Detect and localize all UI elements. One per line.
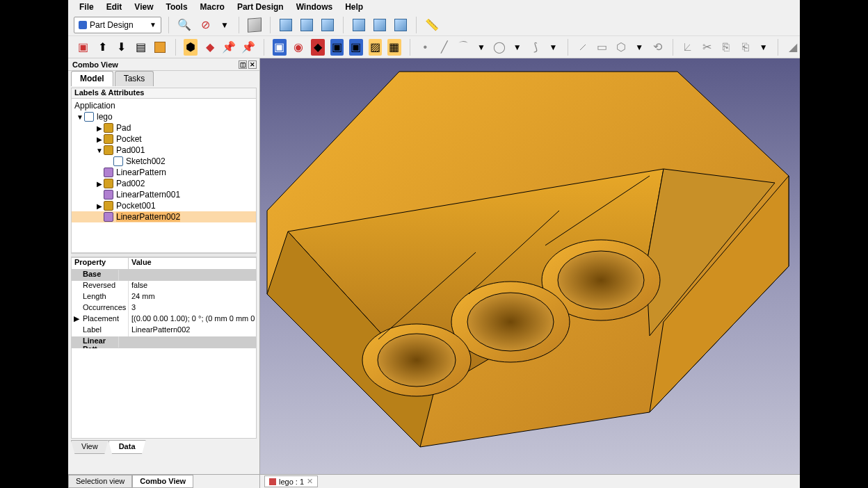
map-sketch-icon[interactable]: ▤ <box>134 39 148 56</box>
left-icon[interactable] <box>392 17 409 33</box>
expand-icon[interactable]: ▶ <box>95 124 104 132</box>
tab-model[interactable]: Model <box>71 71 113 86</box>
linear-pattern-icon[interactable]: ▦ <box>387 39 401 56</box>
3d-viewport[interactable]: lego : 1 ✕ <box>260 58 800 488</box>
menu-windows[interactable]: Windows <box>291 1 339 13</box>
expand-icon[interactable]: ▼ <box>76 113 84 121</box>
property-row[interactable]: Reversedfalse <box>72 281 256 292</box>
expand-icon[interactable]: ▶ <box>95 136 104 143</box>
subtractive-loft-icon[interactable]: ▣ <box>330 39 344 56</box>
polyline-icon[interactable]: ⟋ <box>577 39 590 56</box>
expand-icon[interactable]: ▶ <box>95 202 104 210</box>
tree-item[interactable]: ▶Pocket <box>72 133 256 145</box>
leave-sketch-icon[interactable]: ⬇ <box>115 39 129 56</box>
front-icon[interactable] <box>278 17 294 33</box>
tree-item-label: LinearPattern001 <box>116 190 180 200</box>
arc-icon[interactable]: ⌒ <box>456 39 470 56</box>
tab-data[interactable]: Data <box>108 440 146 454</box>
separator <box>416 17 417 33</box>
tab-tasks[interactable]: Tasks <box>115 71 154 86</box>
tab-combo-view[interactable]: Combo View <box>132 475 193 488</box>
menu-partdesign[interactable]: Part Design <box>232 1 289 13</box>
tree-item[interactable]: ▶Pad002 <box>72 178 256 189</box>
menu-view[interactable]: View <box>129 1 159 13</box>
trim-icon[interactable]: ⟀ <box>682 39 696 56</box>
circle-icon[interactable]: ◯ <box>492 39 506 56</box>
dropdown-arrow-icon[interactable]: ▼ <box>512 39 523 56</box>
point-icon[interactable]: • <box>418 39 432 56</box>
fit-all-icon[interactable]: 🔍 <box>176 17 193 33</box>
mirrored-icon[interactable]: ▨ <box>369 39 383 56</box>
item-icon <box>104 145 113 155</box>
body-icon[interactable] <box>153 39 167 56</box>
3d-model-render <box>260 58 800 488</box>
document-tab[interactable]: lego : 1 ✕ <box>264 475 318 487</box>
draw-style-icon[interactable]: ⊘ <box>197 17 214 33</box>
menu-macro[interactable]: Macro <box>195 1 230 13</box>
new-sketch-icon[interactable]: ▣ <box>77 39 90 56</box>
rear-icon[interactable] <box>351 17 367 33</box>
tab-selection-view[interactable]: Selection view <box>68 475 132 488</box>
isometric-icon[interactable] <box>246 17 263 33</box>
tab-view[interactable]: View <box>71 440 108 454</box>
menu-help[interactable]: Help <box>339 1 369 13</box>
chamfer-icon[interactable]: ◢ <box>787 39 801 56</box>
right-icon[interactable] <box>319 17 336 33</box>
tree-item[interactable]: LinearPattern002 <box>72 211 256 222</box>
document-tab-label: lego : 1 <box>279 478 304 486</box>
bottom-icon[interactable] <box>371 17 388 33</box>
revolution-icon[interactable]: ◆ <box>203 39 217 56</box>
tree-root[interactable]: Application <box>72 100 256 111</box>
construction-icon[interactable]: ⎗ <box>739 39 753 56</box>
property-row[interactable]: ▶Placement[(0.00 0.00 1.00); 0 °; (0 mm … <box>72 314 256 325</box>
workbench-selector[interactable]: Part Design ▼ <box>74 17 161 33</box>
external-icon[interactable]: ⎘ <box>720 39 734 56</box>
combo-view-header: Combo View ◫ ✕ <box>68 58 259 71</box>
expand-icon[interactable]: ▶ <box>95 180 104 188</box>
hole-icon[interactable]: ◉ <box>292 39 306 56</box>
tree-item[interactable]: LinearPattern <box>72 167 256 178</box>
tree-item[interactable]: ▼Pad001 <box>72 145 256 156</box>
menu-edit[interactable]: Edit <box>101 1 128 13</box>
property-row[interactable]: Occurrences3 <box>72 303 256 314</box>
dropdown-arrow-icon[interactable]: ▼ <box>634 39 645 56</box>
expand-icon[interactable]: ▼ <box>95 147 104 154</box>
tree-item[interactable]: LinearPattern001 <box>72 189 256 200</box>
line-icon[interactable]: ╱ <box>437 39 451 56</box>
close-icon[interactable]: ✕ <box>248 60 257 69</box>
pad-icon[interactable]: ⬢ <box>184 39 198 56</box>
additive-pipe-icon[interactable]: 📌 <box>241 39 255 56</box>
tree-item-label: Pad001 <box>116 145 145 155</box>
rectangle-icon[interactable]: ▭ <box>595 39 609 56</box>
tree-item[interactable]: ▶Pad <box>72 122 256 133</box>
menu-file[interactable]: File <box>74 1 99 13</box>
pocket-icon[interactable]: ▣ <box>273 39 287 56</box>
property-row[interactable]: LabelLinearPattern002 <box>72 325 256 336</box>
subtractive-pipe-icon[interactable]: ▣ <box>349 39 363 56</box>
document-tabs: lego : 1 ✕ <box>260 474 800 488</box>
property-row[interactable]: Length24 mm <box>72 292 256 303</box>
dropdown-arrow-icon[interactable]: ▼ <box>218 17 232 33</box>
separator <box>168 17 169 33</box>
extend-icon[interactable]: ✂ <box>700 39 714 56</box>
property-grid[interactable]: Base ReversedfalseLength24 mmOccurrences… <box>71 270 257 348</box>
top-icon[interactable] <box>298 17 315 33</box>
dropdown-arrow-icon[interactable]: ▼ <box>476 39 487 56</box>
groove-icon[interactable]: ◆ <box>311 39 325 56</box>
model-tree[interactable]: Application ▼ lego ▶Pad▶Pocket▼Pad001Ske… <box>71 99 257 253</box>
close-tab-icon[interactable]: ✕ <box>307 477 313 486</box>
undock-icon[interactable]: ◫ <box>239 60 247 69</box>
fillet-icon[interactable]: ⟆ <box>529 39 542 56</box>
dropdown-arrow-icon[interactable]: ▼ <box>758 39 769 56</box>
slot-icon[interactable]: ⟲ <box>650 39 664 56</box>
measure-icon[interactable]: 📏 <box>424 17 440 33</box>
edit-sketch-icon[interactable]: ⬆ <box>96 39 110 56</box>
tree-item[interactable]: ▶Pocket001 <box>72 200 256 211</box>
menu-tools[interactable]: Tools <box>160 1 193 13</box>
combo-view-title: Combo View <box>72 60 118 69</box>
dropdown-arrow-icon[interactable]: ▼ <box>547 39 558 56</box>
polygon-icon[interactable]: ⬡ <box>615 39 629 56</box>
tree-doc[interactable]: ▼ lego <box>72 111 256 122</box>
additive-loft-icon[interactable]: 📌 <box>222 39 236 56</box>
tree-item[interactable]: Sketch002 <box>72 156 256 167</box>
